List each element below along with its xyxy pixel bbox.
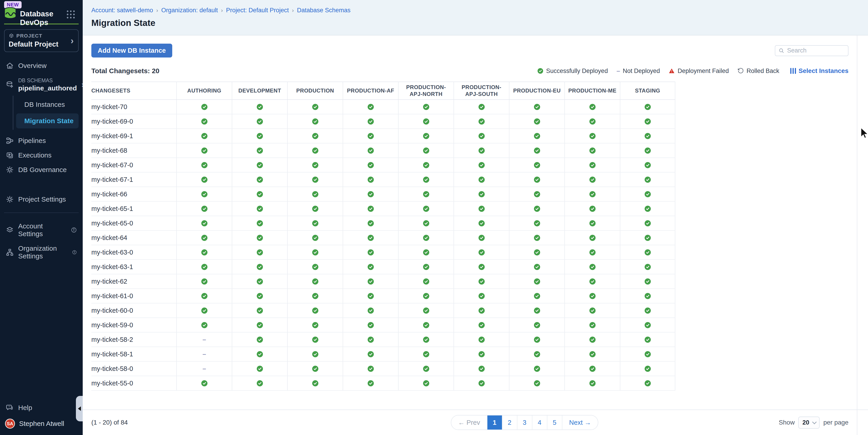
breadcrumb-account[interactable]: Account: satwell-demo bbox=[91, 7, 153, 14]
table-footer: (1 - 20) of 84 ← Prev 12345 Next → Show … bbox=[83, 409, 868, 435]
sidebar-item-executions[interactable]: Executions bbox=[0, 148, 83, 162]
db-schemas-label: DB SCHEMAS bbox=[18, 77, 77, 84]
prev-page-button[interactable]: ← Prev bbox=[451, 415, 487, 430]
avatar: SA bbox=[5, 418, 15, 429]
status-cell bbox=[620, 187, 675, 201]
column-header-environment: PRODUCTION bbox=[287, 82, 343, 99]
success-check-icon bbox=[367, 351, 374, 358]
success-check-icon bbox=[423, 220, 430, 227]
status-cell bbox=[509, 260, 564, 274]
status-cell bbox=[454, 318, 509, 332]
table-row: my-ticket-61-0 bbox=[91, 289, 675, 303]
success-check-icon bbox=[478, 176, 485, 183]
status-cell bbox=[398, 274, 454, 288]
info-icon[interactable] bbox=[72, 249, 77, 255]
breadcrumb-database-schemas[interactable]: Database Schemas bbox=[297, 7, 351, 14]
status-cell bbox=[509, 274, 564, 288]
status-cell bbox=[454, 158, 509, 172]
table-row: my-ticket-69-1 bbox=[91, 129, 675, 144]
page-size-select[interactable]: 20 bbox=[798, 416, 819, 429]
status-cell bbox=[509, 173, 564, 187]
sidebar-item-project-settings[interactable]: Project Settings bbox=[0, 192, 83, 207]
info-icon[interactable] bbox=[71, 227, 77, 233]
changeset-name: my-ticket-58-1 bbox=[91, 347, 176, 361]
status-cell bbox=[564, 245, 620, 259]
status-cell bbox=[287, 201, 343, 216]
column-header-environment: STAGING bbox=[620, 82, 675, 99]
page-button-2[interactable]: 2 bbox=[502, 415, 517, 430]
status-cell bbox=[176, 173, 232, 187]
breadcrumb-separator: › bbox=[292, 7, 294, 13]
page-button-4[interactable]: 4 bbox=[532, 415, 547, 430]
status-cell bbox=[564, 376, 620, 390]
app-launcher-icon[interactable] bbox=[67, 10, 75, 19]
sidebar-item-db-instances[interactable]: DB Instances bbox=[16, 97, 79, 112]
changeset-name: my-ticket-67-0 bbox=[91, 158, 176, 172]
page-button-5[interactable]: 5 bbox=[547, 415, 562, 430]
page-size-value: 20 bbox=[802, 419, 809, 426]
success-check-icon bbox=[201, 220, 208, 227]
sidebar-item-db-governance[interactable]: DB Governance bbox=[0, 162, 83, 177]
status-cell bbox=[509, 376, 564, 390]
success-check-icon bbox=[312, 380, 319, 387]
sidebar-item-organization-settings[interactable]: Organization Settings bbox=[0, 241, 83, 263]
status-cell bbox=[454, 333, 509, 347]
add-db-instance-button[interactable]: Add New DB Instance bbox=[91, 44, 172, 58]
sidebar-item-db-schemas[interactable]: DB SCHEMAS pipeline_authored › bbox=[0, 73, 83, 94]
next-page-button[interactable]: Next → bbox=[562, 415, 598, 430]
success-check-icon bbox=[256, 249, 264, 256]
sidebar-item-account-settings[interactable]: Account Settings bbox=[0, 219, 83, 241]
status-cell bbox=[620, 100, 675, 114]
success-check-icon bbox=[367, 380, 374, 387]
sidebar-item-migration-state[interactable]: Migration State bbox=[16, 114, 79, 128]
success-check-icon bbox=[533, 321, 540, 329]
success-check-icon bbox=[644, 351, 651, 358]
breadcrumb-organization[interactable]: Organization: default bbox=[161, 7, 218, 14]
status-cell bbox=[398, 216, 454, 230]
success-check-icon bbox=[312, 292, 319, 300]
success-check-icon bbox=[644, 365, 651, 372]
success-check-icon bbox=[312, 220, 319, 227]
success-check-icon bbox=[533, 292, 540, 300]
table-row: my-ticket-69-0 bbox=[91, 114, 675, 129]
status-cell bbox=[620, 216, 675, 230]
status-cell bbox=[176, 303, 232, 317]
sidebar-collapse-handle[interactable] bbox=[76, 396, 83, 422]
status-cell bbox=[232, 100, 287, 114]
status-cell bbox=[398, 289, 454, 303]
success-check-icon bbox=[533, 176, 540, 183]
status-cell bbox=[564, 274, 620, 288]
status-cell bbox=[176, 318, 232, 332]
status-cell bbox=[509, 144, 564, 157]
status-cell bbox=[176, 114, 232, 128]
status-cell bbox=[454, 187, 509, 201]
search-input[interactable] bbox=[787, 47, 845, 54]
status-cell bbox=[564, 289, 620, 303]
page-button-3[interactable]: 3 bbox=[517, 415, 532, 430]
select-instances-button[interactable]: Select Instances bbox=[790, 67, 848, 74]
success-check-icon bbox=[589, 263, 596, 271]
success-check-icon bbox=[644, 176, 651, 183]
success-check-icon bbox=[644, 205, 651, 212]
project-selector[interactable]: PROJECT Default Project › bbox=[4, 29, 79, 52]
success-check-icon bbox=[201, 205, 208, 212]
page-button-1[interactable]: 1 bbox=[487, 415, 502, 430]
table-body: my-ticket-70 my-ticket-69-0 bbox=[91, 100, 675, 391]
success-check-icon bbox=[478, 292, 485, 300]
sidebar-item-pipelines[interactable]: Pipelines bbox=[0, 133, 83, 148]
pipelines-icon bbox=[6, 137, 13, 145]
user-menu[interactable]: SA Stephen Atwell bbox=[0, 415, 83, 435]
sidebar-item-help[interactable]: ? Help bbox=[0, 400, 83, 415]
success-check-icon bbox=[644, 336, 651, 343]
status-cell bbox=[398, 260, 454, 274]
status-cell bbox=[287, 173, 343, 187]
breadcrumb-project[interactable]: Project: Default Project bbox=[226, 7, 289, 14]
status-cell bbox=[232, 158, 287, 172]
sidebar-item-overview[interactable]: Overview bbox=[0, 58, 83, 73]
success-check-icon bbox=[533, 162, 540, 168]
success-check-icon bbox=[312, 307, 319, 314]
status-cell: – bbox=[176, 362, 232, 376]
right-rail-divider bbox=[857, 35, 857, 435]
success-check-icon bbox=[533, 205, 540, 212]
changeset-name: my-ticket-63-0 bbox=[91, 245, 176, 259]
